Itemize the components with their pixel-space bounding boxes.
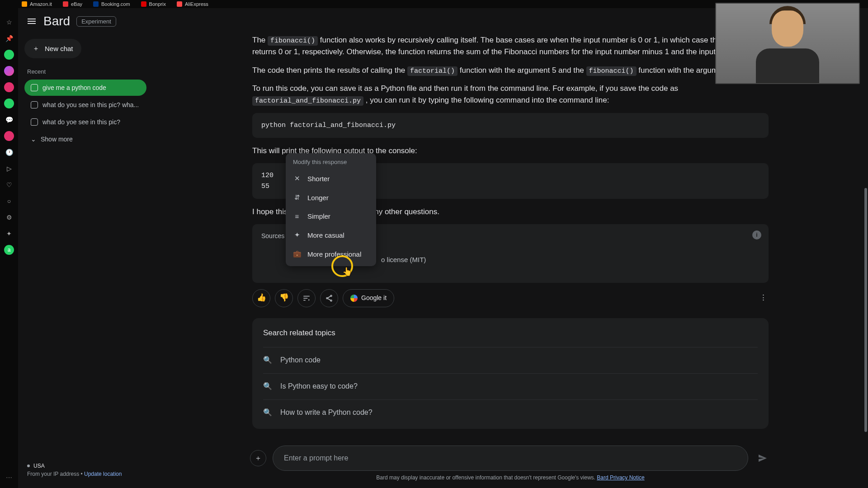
location-footer: USA From your IP address • Update locati… (24, 463, 146, 483)
google-it-label: Google it (361, 293, 387, 303)
ext-icon[interactable] (4, 82, 14, 92)
hamburger-menu-icon[interactable] (26, 16, 37, 27)
ext-instagram-icon[interactable] (4, 131, 14, 141)
bookmark-bonprix[interactable]: Bonprix (141, 1, 166, 7)
svg-point-1 (326, 297, 328, 299)
svg-point-2 (330, 300, 332, 301)
info-icon[interactable]: i (752, 230, 761, 239)
ext-play-icon[interactable]: ▷ (4, 164, 14, 174)
show-more-button[interactable]: ⌄ Show more (24, 131, 146, 147)
inline-code: fibonacci() (268, 36, 318, 46)
ext-pin-icon[interactable]: ☆ (4, 17, 14, 27)
inline-code: factorial() (407, 66, 458, 76)
extension-sidebar: ☆ 📌 💬 🕐 ▷ ♡ ○ ⚙ ✦ a ⋯ (0, 8, 18, 488)
modify-response-menu: Modify this response ✕ Shorter ⇵ Longer … (286, 153, 376, 266)
chat-item-label: give me a python code (42, 84, 106, 91)
ext-whatsapp2-icon[interactable] (4, 99, 14, 108)
modify-more-professional[interactable]: 💼 More professional (286, 244, 376, 263)
ext-messenger-icon[interactable] (4, 66, 14, 76)
modify-more-casual[interactable]: ✦ More casual (286, 225, 376, 244)
thumbs-down-button[interactable]: 👎 (275, 289, 293, 307)
search-icon: 🔍 (263, 355, 272, 366)
related-topics-box: Search related topics 🔍 Python code 🔍 Is… (252, 318, 769, 429)
left-panel: ＋ New chat Recent give me a python code … (18, 34, 153, 488)
plus-icon: ＋ (33, 44, 39, 53)
ext-sparkle-icon[interactable]: ✦ (4, 229, 14, 239)
google-logo-icon (350, 295, 358, 302)
bookmark-amazon[interactable]: Amazon.it (22, 1, 52, 7)
modify-item-label: Shorter (307, 175, 330, 183)
related-item[interactable]: 🔍 Is Python easy to code? (263, 373, 758, 399)
briefcase-icon: 💼 (293, 250, 301, 258)
more-options-button[interactable]: ⋮ (758, 292, 769, 304)
bookmark-booking[interactable]: Booking.com (93, 1, 130, 7)
content-scroll[interactable]: The fibonacci() function also works by r… (153, 34, 868, 441)
search-icon: 🔍 (263, 407, 272, 418)
code-block: python factorial_and_fibonacci.py (252, 113, 769, 138)
lines-icon: ≡ (293, 212, 301, 220)
ext-chat-icon[interactable]: 💬 (4, 115, 14, 125)
ext-pin-icon[interactable]: 📌 (4, 33, 14, 43)
svg-point-0 (330, 295, 332, 296)
scrollbar-thumb[interactable] (864, 188, 867, 432)
update-location-link[interactable]: Update location (84, 471, 122, 477)
inline-code: fibonacci() (586, 66, 637, 76)
privacy-notice-link[interactable]: Bard Privacy Notice (597, 474, 644, 481)
modify-shorter[interactable]: ✕ Shorter (286, 169, 376, 188)
modify-item-label: More casual (307, 231, 344, 239)
close-icon: ✕ (293, 174, 301, 183)
bookmark-aliexpress[interactable]: AliExpress (177, 1, 208, 7)
chat-item[interactable]: what do you see in this pic? wha... (24, 97, 146, 113)
chevron-down-icon: ⌄ (31, 136, 36, 143)
search-icon: 🔍 (263, 381, 272, 392)
google-it-button[interactable]: Google it (343, 289, 394, 307)
ext-circle-icon[interactable]: ○ (4, 196, 14, 206)
chat-icon (31, 84, 38, 91)
share-button[interactable] (320, 289, 338, 307)
ext-a-icon[interactable]: a (4, 245, 14, 255)
chat-icon (31, 101, 38, 108)
modify-item-label: Longer (307, 194, 329, 202)
ext-clock-icon[interactable]: 🕐 (4, 147, 14, 157)
thumbs-up-button[interactable]: 👍 (252, 289, 270, 307)
bookmark-ebay[interactable]: eBay (63, 1, 82, 7)
chat-item[interactable]: what do yoe see in this pic? (24, 114, 146, 130)
chat-item-label: what do you see in this pic? wha... (42, 101, 139, 108)
related-item-label: How to write a Python code? (280, 407, 373, 418)
modify-simpler[interactable]: ≡ Simpler (286, 207, 376, 225)
new-chat-label: New chat (45, 45, 73, 52)
webcam-overlay (715, 3, 860, 84)
related-title: Search related topics (263, 327, 758, 339)
location-dot-icon (27, 465, 30, 467)
prompt-input[interactable] (273, 446, 748, 471)
inline-code: factorial_and_fibonacci.py (252, 96, 363, 106)
chat-item-active[interactable]: give me a python code (24, 80, 146, 96)
related-item[interactable]: 🔍 How to write a Python code? (263, 399, 758, 426)
send-button[interactable] (755, 450, 771, 466)
country-label: USA (33, 463, 45, 469)
modify-item-label: Simpler (307, 212, 330, 220)
show-more-label: Show more (41, 136, 73, 143)
expand-icon: ⇵ (293, 193, 301, 202)
ip-text: From your IP address • (27, 471, 84, 477)
ext-heart-icon[interactable]: ♡ (4, 180, 14, 190)
country-row: USA (27, 463, 144, 469)
action-bar: 👍 👎 Google it (252, 289, 769, 307)
related-item-label: Python code (280, 355, 321, 366)
ext-more-icon[interactable]: ⋯ (4, 473, 14, 483)
ext-gear-icon[interactable]: ⚙ (4, 212, 14, 222)
new-chat-button[interactable]: ＋ New chat (24, 39, 81, 58)
experiment-badge: Experiment (76, 16, 116, 27)
modify-response-button[interactable] (297, 289, 316, 307)
chat-item-label: what do yoe see in this pic? (42, 118, 120, 126)
modify-menu-title: Modify this response (286, 153, 376, 169)
disclaimer: Bard may display inaccurate or offensive… (250, 471, 771, 485)
related-item[interactable]: 🔍 Python code (263, 347, 758, 373)
add-attachment-button[interactable]: ＋ (250, 450, 266, 466)
related-item-label: Is Python easy to code? (280, 381, 358, 392)
ext-whatsapp-icon[interactable] (4, 50, 14, 60)
app-title: Bard (43, 14, 70, 28)
chat-icon (31, 118, 38, 126)
recent-label: Recent (27, 68, 146, 75)
modify-longer[interactable]: ⇵ Longer (286, 188, 376, 207)
